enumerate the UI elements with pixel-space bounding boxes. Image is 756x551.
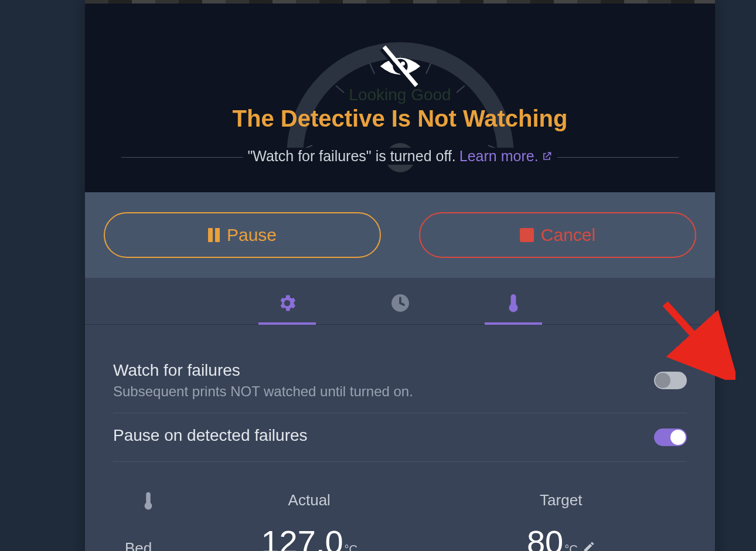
detective-gauge-section: Looking Good The Detective Is Not Watchi… [85, 4, 715, 192]
learn-more-link[interactable]: Learn more. [459, 148, 553, 165]
temp-actual-value: 127.0 [261, 523, 343, 551]
settings-body: Watch for failures Subsequent prints NOT… [85, 325, 715, 551]
setting-watch-for-failures: Watch for failures Subsequent prints NOT… [113, 348, 687, 413]
printer-card: Looking Good The Detective Is Not Watchi… [85, 0, 715, 551]
cancel-button[interactable]: Cancel [419, 212, 696, 258]
tab-history[interactable] [372, 281, 429, 325]
setting-title: Pause on detected failures [113, 426, 654, 445]
svg-line-2 [336, 86, 344, 93]
setting-pause-on-failure: Pause on detected failures [113, 413, 687, 462]
action-section: Pause Cancel [85, 192, 715, 278]
temp-row-label: Bed [113, 539, 183, 551]
temp-header-icon-col [113, 491, 183, 512]
gauge-status-text: Looking Good [349, 86, 451, 104]
temp-target-value: 80 [527, 523, 563, 551]
subtitle-text: "Watch for failures" is turned off. [247, 148, 455, 165]
pause-label: Pause [227, 225, 277, 245]
clock-icon [390, 292, 411, 314]
eye-slash-icon [374, 40, 427, 93]
pause-on-failure-toggle[interactable] [654, 428, 687, 446]
setting-subtitle: Subsequent prints NOT watched until turn… [113, 383, 654, 400]
setting-text: Watch for failures Subsequent prints NOT… [113, 361, 654, 400]
svg-line-6 [457, 86, 465, 93]
pause-button[interactable]: Pause [104, 212, 381, 258]
setting-title: Watch for failures [113, 361, 654, 380]
subtitle-row: "Watch for failures" is turned off. Lear… [243, 148, 557, 165]
svg-line-5 [426, 63, 431, 74]
gear-icon [277, 292, 298, 314]
tab-settings[interactable] [258, 281, 316, 325]
setting-text: Pause on detected failures [113, 426, 654, 448]
temp-actual-unit: °C [345, 543, 357, 551]
actual-header: Actual [183, 491, 435, 512]
stop-icon [520, 228, 534, 242]
temperature-header: Actual Target [113, 462, 687, 523]
learn-more-text: Learn more. [459, 148, 539, 165]
pencil-icon [583, 540, 595, 551]
cancel-label: Cancel [541, 225, 595, 245]
thermometer-icon [140, 491, 156, 512]
detective-title: The Detective Is Not Watching [233, 106, 568, 132]
pause-icon [208, 228, 220, 242]
watch-for-failures-toggle[interactable] [654, 372, 687, 389]
temp-target-cell[interactable]: 80 °C [435, 523, 687, 551]
temp-target-unit: °C [564, 543, 577, 551]
temp-row-bed: Bed 127.0 °C 80 °C [113, 523, 687, 551]
temp-actual-cell: 127.0 °C [183, 523, 435, 551]
external-link-icon [541, 151, 553, 162]
target-header: Target [435, 491, 687, 512]
tab-temperature[interactable] [485, 281, 542, 325]
thermometer-icon [503, 292, 524, 314]
tabs-section [85, 278, 715, 325]
